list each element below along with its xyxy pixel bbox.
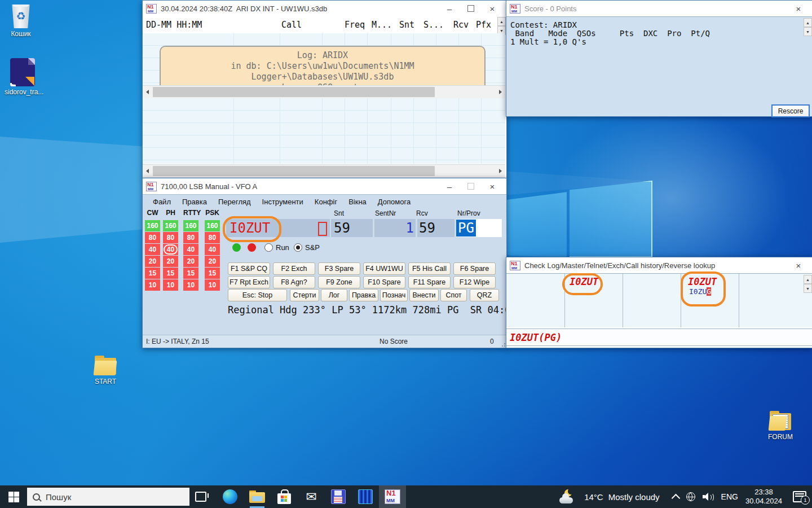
band-button-ph-40[interactable]: 40: [163, 244, 178, 255]
menu-4[interactable]: Інструменти: [257, 198, 309, 206]
desktop-icon-sidorov-file[interactable]: sidorov_tra...: [5, 58, 41, 96]
menu-2[interactable]: Правка: [176, 198, 213, 206]
minimize-button[interactable]: –: [439, 179, 460, 194]
action-button-spot[interactable]: Спот: [440, 289, 467, 301]
taskbar-archive-app[interactable]: [352, 485, 379, 508]
log-column-header[interactable]: DD-MM HH:MM: [143, 20, 252, 30]
minimize-button[interactable]: –: [439, 1, 460, 16]
fkey-button-f8[interactable]: F8 Agn?: [273, 276, 315, 288]
log-hscrollbar-lower[interactable]: [143, 164, 505, 178]
band-button-psk-40[interactable]: 40: [205, 244, 220, 255]
band-button-cw-20[interactable]: 20: [145, 256, 160, 267]
scroll-down-arrow[interactable]: ▼: [804, 284, 812, 293]
taskbar-n1mm[interactable]: N1MM: [379, 485, 406, 508]
action-button-log[interactable]: Лог: [321, 289, 347, 301]
band-button-ph-10[interactable]: 10: [163, 279, 178, 291]
sp-radio[interactable]: S&P: [294, 243, 320, 252]
run-radio[interactable]: Run: [264, 243, 289, 252]
band-button-cw-10[interactable]: 10: [145, 279, 160, 291]
scrollbar-thumb[interactable]: [153, 166, 435, 176]
scroll-up-arrow[interactable]: ▲: [804, 275, 812, 284]
fkey-button-f3[interactable]: F3 Spare: [318, 262, 360, 275]
log-column-header[interactable]: Snt: [392, 20, 418, 30]
action-button-esc-stop[interactable]: Esc: Stop: [228, 289, 287, 301]
fkey-button-f2[interactable]: F2 Exch: [273, 262, 315, 275]
task-view-button[interactable]: [189, 485, 212, 508]
notification-center-icon[interactable]: 1: [793, 491, 806, 502]
rcv-input[interactable]: 59: [417, 219, 454, 237]
taskbar-store[interactable]: [271, 485, 298, 508]
scrollbar-thumb[interactable]: [153, 87, 435, 97]
resize-grip[interactable]: [500, 341, 505, 347]
action-button-edit[interactable]: Правка: [349, 289, 378, 301]
band-button-cw-40[interactable]: 40: [145, 244, 160, 255]
weather-icon[interactable]: [559, 489, 577, 504]
band-button-rtty-80[interactable]: 80: [183, 232, 198, 243]
band-button-cw-80[interactable]: 80: [145, 232, 160, 243]
band-button-psk-20[interactable]: 20: [205, 256, 220, 267]
nrprov-input[interactable]: PG: [456, 219, 502, 237]
log-column-header[interactable]: M...: [368, 20, 392, 30]
log-hscrollbar-upper[interactable]: [143, 85, 505, 99]
taskbar-mail[interactable]: ✉: [298, 485, 325, 508]
band-button-rtty-20[interactable]: 20: [183, 256, 198, 267]
fkey-button-f10[interactable]: F10 Spare: [363, 276, 405, 288]
band-button-psk-80[interactable]: 80: [205, 232, 220, 243]
entry-window-titlebar[interactable]: N1MM 7100,00 LSB Manual - VFO A – ×: [143, 178, 506, 194]
desktop-icon-recycle-bin[interactable]: ♻ Кошик: [3, 5, 39, 38]
score-window-titlebar[interactable]: N1MM Score - 0 Points ×: [506, 1, 812, 16]
action-button-qrz[interactable]: QRZ: [470, 289, 499, 301]
tray-overflow-chevron-icon[interactable]: [671, 494, 680, 503]
check-window-titlebar[interactable]: N1MM Check Log/Master/Telnet/Exch/Call h…: [506, 257, 812, 273]
score-vertical-scrollbar[interactable]: ▲ ▼: [804, 18, 812, 36]
fkey-button-f12[interactable]: F12 Wipe: [453, 276, 496, 288]
start-button[interactable]: [0, 485, 27, 508]
fkey-button-f11[interactable]: F11 Spare: [408, 276, 451, 288]
search-input[interactable]: [45, 492, 160, 502]
taskbar-explorer[interactable]: [244, 485, 271, 508]
fkey-button-f4[interactable]: F4 UW1WU: [363, 262, 405, 275]
check-vertical-scrollbar[interactable]: ▲ ▼: [804, 275, 812, 293]
action-button-mark[interactable]: Познач: [380, 289, 408, 301]
close-button[interactable]: ×: [482, 179, 503, 194]
desktop-icon-start-folder[interactable]: START: [87, 356, 123, 386]
fkey-button-f6[interactable]: F6 Spare: [453, 262, 496, 275]
band-button-rtty-160[interactable]: 160: [183, 220, 198, 231]
maximize-button[interactable]: [460, 1, 482, 16]
log-vertical-scrollbar[interactable]: ▲ ▼: [497, 17, 506, 35]
fkey-button-f9[interactable]: F9 Zone: [318, 276, 360, 288]
fkey-button-f1[interactable]: F1 S&P CQ: [228, 262, 270, 275]
band-button-rtty-10[interactable]: 10: [183, 279, 198, 291]
scroll-up-arrow[interactable]: ▲: [497, 17, 506, 26]
speaker-icon[interactable]: [703, 492, 714, 501]
fkey-button-f5[interactable]: F5 His Call: [408, 262, 451, 275]
band-button-cw-160[interactable]: 160: [145, 220, 160, 231]
band-button-psk-15[interactable]: 15: [205, 268, 220, 279]
band-button-psk-160[interactable]: 160: [205, 220, 220, 231]
close-button[interactable]: ×: [788, 258, 809, 273]
clock[interactable]: 23:38 30.04.2024: [745, 488, 782, 506]
close-button[interactable]: ×: [482, 1, 503, 16]
action-button-wipe2[interactable]: Стерти: [290, 289, 319, 301]
action-button-store[interactable]: Внести: [409, 289, 439, 301]
close-button[interactable]: ×: [788, 1, 809, 16]
network-globe-icon[interactable]: [686, 492, 695, 501]
menu-6[interactable]: Вікна: [343, 198, 372, 206]
sentnr-input[interactable]: 1: [374, 219, 416, 237]
log-column-header[interactable]: S...: [418, 20, 447, 30]
log-window-titlebar[interactable]: N1MM 30.04.2024 20:38:40Z ARI DX INT - U…: [143, 1, 506, 16]
menu-7[interactable]: Допомога: [372, 198, 416, 206]
band-button-ph-160[interactable]: 160: [163, 220, 178, 231]
taskbar-floppy-app[interactable]: [325, 485, 352, 508]
menu-3[interactable]: Перегляд: [213, 198, 257, 206]
scroll-down-arrow[interactable]: ▼: [804, 27, 812, 36]
band-button-ph-20[interactable]: 20: [163, 256, 178, 267]
log-column-header[interactable]: Pfx: [472, 20, 495, 30]
fkey-button-f7[interactable]: F7 Rpt Exch: [228, 276, 270, 288]
scroll-up-arrow[interactable]: ▲: [804, 18, 812, 27]
language-indicator[interactable]: ENG: [721, 492, 738, 501]
band-button-ph-15[interactable]: 15: [163, 268, 178, 279]
weather-text[interactable]: Mostly cloudy: [608, 492, 660, 502]
log-column-header[interactable]: Freq: [331, 20, 368, 30]
band-button-cw-15[interactable]: 15: [145, 268, 160, 279]
